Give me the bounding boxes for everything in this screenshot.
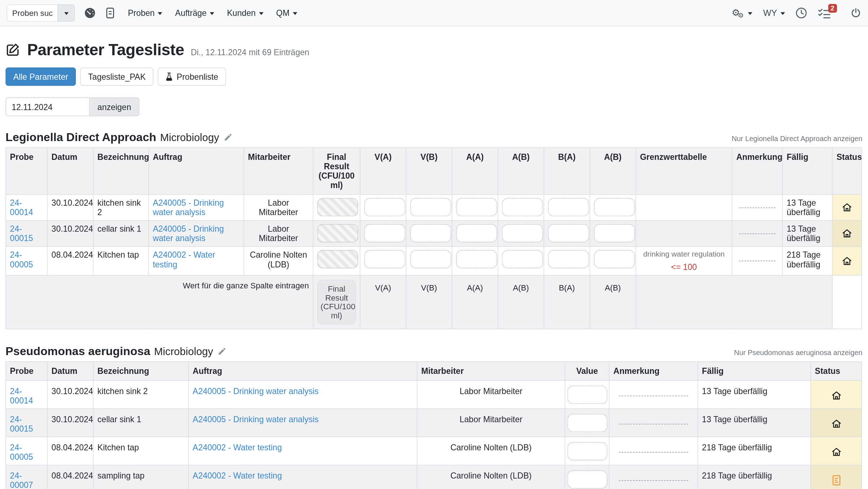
vb-input[interactable] xyxy=(410,224,451,243)
anmerkung-field[interactable] xyxy=(619,424,688,424)
col-probe: Probe xyxy=(6,148,47,195)
section-legionella-title: Legionella Direct Approach xyxy=(5,131,156,144)
value-input[interactable] xyxy=(568,385,607,404)
ab2-input[interactable] xyxy=(594,198,635,217)
probe-link[interactable]: 24-00015 xyxy=(10,224,33,243)
vb-input[interactable] xyxy=(410,198,451,217)
gears-icon: ⚙ xyxy=(738,12,744,18)
anmerkung-field[interactable] xyxy=(619,452,688,453)
datum-cell: 30.10.2024 xyxy=(47,409,93,437)
menu-auftraege[interactable]: Aufträge xyxy=(175,8,214,18)
menu-proben-label: Proben xyxy=(128,8,155,18)
auftrag-link[interactable]: A240005 - Drinking water analysis xyxy=(193,386,319,396)
edit-section-icon[interactable] xyxy=(218,347,227,356)
auftrag-link[interactable]: A240002 - Water testing xyxy=(193,443,282,452)
table-row: 24-00014 30.10.2024 kitchen sink 2 A2400… xyxy=(6,380,862,409)
history-button[interactable] xyxy=(795,7,807,19)
chevron-down-icon xyxy=(158,12,162,17)
auftrag-link[interactable]: A240005 - Drinking water analysis xyxy=(153,224,224,243)
fill-va-button[interactable]: V(A) xyxy=(360,275,406,329)
user-menu[interactable]: WY xyxy=(763,8,785,18)
fill-ba-button[interactable]: B(A) xyxy=(544,275,590,329)
legionella-header-row: Probe Datum Bezeichnung Auftrag Mitarbei… xyxy=(6,148,862,195)
page-subtitle: Di., 12.11.2024 mit 69 Einträgen xyxy=(191,48,309,57)
date-input[interactable] xyxy=(5,97,90,116)
fill-vb-button[interactable]: V(B) xyxy=(406,275,452,329)
ab2-input[interactable] xyxy=(594,250,635,268)
anmerkung-field[interactable] xyxy=(619,480,688,481)
dashboard-button[interactable] xyxy=(84,7,96,19)
search-dropdown-button[interactable] xyxy=(57,4,75,22)
navbar-right: ⚙ ⚙ WY xyxy=(721,7,861,19)
bezeichnung-cell: kitchen sink 2 xyxy=(93,380,188,409)
anmerkung-field[interactable] xyxy=(619,395,688,396)
probe-link[interactable]: 24-00007 xyxy=(10,471,33,489)
grenzwert-cell: drinking water regulation <= 100 xyxy=(636,246,732,275)
settings-menu[interactable]: ⚙ ⚙ xyxy=(732,8,752,19)
menu-auftraege-label: Aufträge xyxy=(175,8,207,18)
fill-aa-button[interactable]: A(A) xyxy=(452,275,498,329)
aa-input[interactable] xyxy=(456,224,497,243)
ab-input[interactable] xyxy=(502,250,543,268)
menu-kunden[interactable]: Kunden xyxy=(227,8,264,18)
menu-proben[interactable]: Proben xyxy=(128,8,162,18)
ab-input[interactable] xyxy=(502,224,543,243)
menu-qm[interactable]: QM xyxy=(276,8,298,18)
edit-section-icon[interactable] xyxy=(223,133,233,142)
value-input[interactable] xyxy=(568,414,607,432)
va-input[interactable] xyxy=(364,250,405,268)
tab-tagesliste-pak[interactable]: Tagesliste_PAK xyxy=(81,67,153,86)
probe-link[interactable]: 24-00014 xyxy=(10,386,33,405)
logout-button[interactable] xyxy=(850,7,862,19)
auftrag-link[interactable]: A240005 - Drinking water analysis xyxy=(193,414,319,424)
ab-input[interactable] xyxy=(502,198,543,217)
ab2-input[interactable] xyxy=(594,224,635,243)
menu-kunden-label: Kunden xyxy=(227,8,256,18)
fill-ab2-button[interactable]: A(B) xyxy=(590,275,636,329)
tab-alle-parameter[interactable]: Alle Parameter xyxy=(5,67,76,86)
table-row: 24-00015 30.10.2024 cellar sink 1 A24000… xyxy=(6,221,862,246)
probe-link[interactable]: 24-00005 xyxy=(10,250,33,269)
tasks-button[interactable]: 2 xyxy=(817,8,840,19)
faellig-cell: 218 Tage überfällig xyxy=(782,246,832,275)
auftrag-link[interactable]: A240002 - Water testing xyxy=(193,471,282,480)
auftrag-link[interactable]: A240005 - Drinking water analysis xyxy=(153,198,224,217)
filter-pseudomonas-link[interactable]: Nur Pseudomonas aeruginosa anzeigen xyxy=(734,349,863,357)
fill-ab-button[interactable]: A(B) xyxy=(498,275,544,329)
table-row: 24-00015 30.10.2024 cellar sink 1 A24000… xyxy=(6,409,862,437)
aa-input[interactable] xyxy=(456,250,497,268)
anmerkung-field[interactable] xyxy=(739,261,775,261)
fill-final-result-button[interactable]: Final Result (CFU/100 ml) xyxy=(317,280,356,324)
faellig-cell: 13 Tage überfällig xyxy=(782,195,832,221)
document-button[interactable] xyxy=(105,7,115,19)
anmerkung-field[interactable] xyxy=(739,233,775,234)
mitarbeiter-cell: Labor Mitarbeiter xyxy=(244,195,313,221)
probe-link[interactable]: 24-00005 xyxy=(10,443,33,462)
va-input[interactable] xyxy=(364,224,405,243)
ba-input[interactable] xyxy=(548,250,589,268)
tab-probenliste[interactable]: Probenliste xyxy=(158,67,226,86)
status-cell xyxy=(811,437,862,465)
anmerkung-field[interactable] xyxy=(739,207,775,208)
ba-input[interactable] xyxy=(548,198,589,217)
search-input[interactable] xyxy=(6,4,57,22)
chevron-down-icon xyxy=(293,12,297,17)
value-input[interactable] xyxy=(568,470,607,488)
vb-input[interactable] xyxy=(410,250,451,268)
tachometer-icon xyxy=(84,7,96,19)
aa-input[interactable] xyxy=(456,198,497,217)
show-button[interactable]: anzeigen xyxy=(90,97,139,116)
auftrag-link[interactable]: A240002 - Water testing xyxy=(153,250,215,269)
va-input[interactable] xyxy=(364,198,405,217)
datum-cell: 30.10.2024 xyxy=(47,380,93,409)
section-pseudomonas-category: Microbiology xyxy=(154,346,213,358)
final-result-input xyxy=(317,224,358,243)
col-anmerkung: Anmerkung xyxy=(732,148,783,195)
ba-input[interactable] xyxy=(548,224,589,243)
col-mitarbeiter: Mitarbeiter xyxy=(417,362,565,380)
probe-link[interactable]: 24-00015 xyxy=(10,414,33,433)
probe-link[interactable]: 24-00014 xyxy=(10,198,33,217)
value-input[interactable] xyxy=(568,442,607,460)
sample-search-group xyxy=(6,4,75,22)
filter-legionella-link[interactable]: Nur Legionella Direct Approach anzeigen xyxy=(732,135,862,143)
